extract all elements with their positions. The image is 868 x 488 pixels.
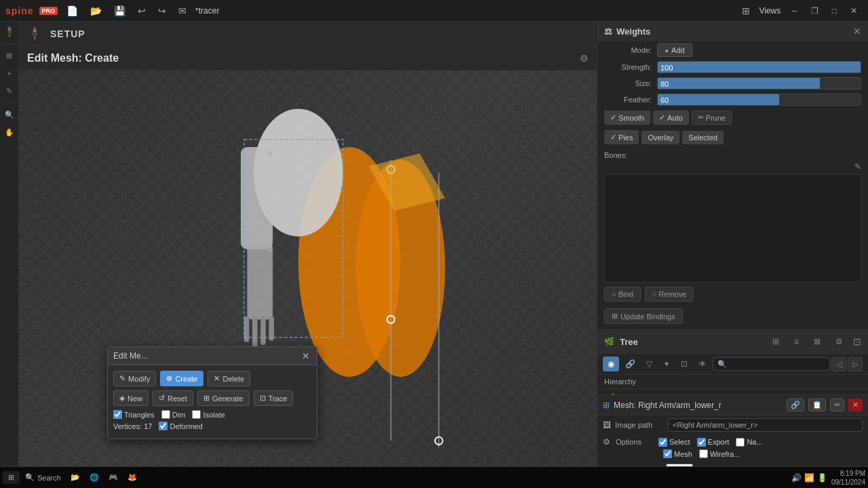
tray-icon-1[interactable]: 🔊 — [791, 473, 802, 483]
svg-point-12 — [387, 316, 395, 323]
deformed-label[interactable]: Deformed — [159, 422, 202, 430]
tree-close-button[interactable]: ⊡ — [853, 336, 861, 347]
na-checkbox[interactable] — [736, 438, 745, 447]
mesh-option[interactable]: Mesh — [663, 449, 692, 458]
feather-slider[interactable]: 60 — [657, 94, 861, 106]
minimize-button[interactable]: ─ — [786, 5, 803, 17]
sidebar-pan-icon[interactable]: ✋ — [2, 125, 17, 140]
undo-button[interactable]: ↩ — [134, 4, 149, 18]
select-checkbox[interactable] — [658, 438, 667, 447]
bones-edit-icon[interactable]: ✎ — [854, 162, 861, 171]
tree-search-input[interactable] — [713, 357, 830, 371]
close-button[interactable]: ✕ — [845, 5, 863, 17]
save-file-button[interactable]: 💾 — [111, 4, 129, 18]
sidebar-zoom-icon[interactable]: 🔍 — [2, 107, 17, 122]
image-path-value[interactable]: <Right Arm/arm_lower_r> — [668, 418, 863, 432]
color-row: ◉ Color — [597, 461, 868, 466]
svg-rect-4 — [248, 243, 273, 319]
tree-tool-filter2[interactable]: ▽ — [642, 357, 657, 371]
deformed-checkbox[interactable] — [159, 422, 167, 430]
maximize-button[interactable]: □ — [827, 5, 842, 17]
mesh-icon: ⊞ — [603, 401, 610, 410]
generate-button[interactable]: ⊞ Generate — [197, 390, 250, 406]
search-taskbar[interactable]: 🔍 Search — [21, 471, 65, 484]
tray-icon-2[interactable]: 📶 — [804, 473, 814, 483]
triangles-label[interactable]: Triangles — [113, 410, 155, 419]
edit-mesh-title: Edit Me... — [113, 351, 148, 361]
bind-button[interactable]: ○ Bind — [604, 287, 641, 302]
tree-tool-bone[interactable]: ✦ — [658, 357, 675, 371]
mode-add-button[interactable]: ● Add — [657, 43, 692, 57]
sidebar-setup-icon[interactable]: 🕴 — [2, 24, 17, 39]
size-label: Size: — [604, 79, 652, 87]
modify-button[interactable]: ✎ Modify — [113, 371, 156, 386]
tree-grid-btn[interactable]: ⊞ — [768, 334, 784, 349]
export-checkbox[interactable] — [697, 438, 706, 447]
new-button[interactable]: ◈ New — [113, 390, 149, 406]
mesh-link-button[interactable]: 🔗 — [787, 399, 804, 411]
update-bindings-button[interactable]: ⊞ Update Bindings — [604, 308, 683, 324]
dim-checkbox[interactable] — [161, 410, 170, 419]
sidebar-add-icon[interactable]: + — [2, 66, 17, 81]
update-bindings-row: ⊞ Update Bindings — [597, 306, 868, 329]
email-button[interactable]: ✉ — [175, 4, 190, 18]
tree-options-btn[interactable]: ⊠ — [809, 334, 825, 349]
wirefra-checkbox[interactable] — [699, 449, 708, 458]
new-file-button[interactable]: 📄 — [63, 4, 81, 18]
sidebar-tool-icon[interactable]: ✎ — [2, 83, 17, 98]
edit-mesh-close-button[interactable]: ✕ — [300, 350, 311, 361]
tray-icon-3[interactable]: 🔋 — [817, 473, 827, 483]
file-explorer-icon[interactable]: 📂 — [66, 471, 84, 484]
overlay-button[interactable]: Overlay — [642, 131, 679, 144]
sidebar-separator-1 — [1, 43, 17, 44]
isolate-checkbox[interactable] — [192, 410, 201, 419]
wirefra-option[interactable]: Wirefra... — [699, 449, 741, 458]
mesh-copy-button[interactable]: 📋 — [808, 399, 826, 411]
app-icon-1[interactable]: 🎮 — [104, 471, 122, 484]
auto-button[interactable]: ✓ Auto — [653, 110, 689, 125]
isolate-label[interactable]: Isolate — [192, 410, 224, 419]
select-option[interactable]: Select — [658, 438, 690, 447]
export-option[interactable]: Export — [697, 438, 730, 447]
reset-icon: ↺ — [159, 394, 165, 403]
mesh-delete-button[interactable]: ✕ — [848, 399, 863, 411]
tree-tool-select[interactable]: ◉ — [603, 357, 619, 371]
reset-mesh-button[interactable]: ↺ Reset — [153, 390, 193, 406]
tree-nav-prev[interactable]: ◁ — [831, 357, 846, 371]
tree-settings-btn[interactable]: ⚙ — [831, 334, 848, 349]
tree-nav-next[interactable]: ▷ — [848, 357, 863, 371]
browser-icon[interactable]: 🌐 — [85, 471, 103, 484]
smooth-button[interactable]: ✓ Smooth — [604, 110, 650, 125]
pies-button[interactable]: ✓ Pies — [604, 130, 639, 144]
remove-button[interactable]: ○ Remove — [645, 287, 694, 302]
sidebar-select-icon[interactable]: ⊞ — [2, 48, 17, 63]
mesh-checkbox[interactable] — [663, 449, 672, 458]
delete-button[interactable]: ✕ Delete — [208, 371, 250, 386]
views-button[interactable]: ⊞ — [738, 4, 753, 18]
redo-button[interactable]: ↪ — [155, 4, 170, 18]
tree-filter-btn[interactable]: ≡ — [789, 334, 804, 349]
app-icon-2[interactable]: 🦊 — [123, 471, 141, 484]
na-option[interactable]: Na... — [736, 438, 762, 447]
svg-marker-14 — [368, 153, 445, 211]
tree-tool-select2[interactable]: ⊡ — [676, 357, 692, 371]
restore-button[interactable]: ❐ — [806, 5, 824, 17]
tree-tool-link[interactable]: 🔗 — [620, 357, 640, 371]
viewport-settings-icon[interactable]: ⚙ — [580, 53, 589, 64]
dim-label[interactable]: Dim — [161, 410, 186, 419]
size-slider[interactable]: 80 — [657, 77, 861, 89]
create-button[interactable]: ⊕ Create — [160, 371, 203, 386]
viewport-canvas[interactable]: Right Arm/arm_lower_r Edit Me... ✕ ✎ Mod… — [19, 70, 597, 466]
weights-close-button[interactable]: ✕ — [853, 26, 861, 37]
trace-button[interactable]: ⊡ Trace — [254, 390, 294, 406]
start-button[interactable]: ⊞ — [3, 471, 20, 484]
strength-slider[interactable]: 100 — [657, 61, 861, 73]
tree-tool-eye[interactable]: 👁 — [694, 357, 711, 371]
prune-button[interactable]: ✂ Prune — [692, 110, 732, 125]
open-file-button[interactable]: 📂 — [87, 4, 105, 18]
triangles-checkbox[interactable] — [113, 410, 122, 419]
svg-rect-7 — [260, 317, 266, 345]
mesh-cut-button[interactable]: ✂ — [830, 399, 844, 411]
selected-button[interactable]: Selected — [682, 131, 724, 144]
update-icon: ⊞ — [612, 312, 618, 321]
